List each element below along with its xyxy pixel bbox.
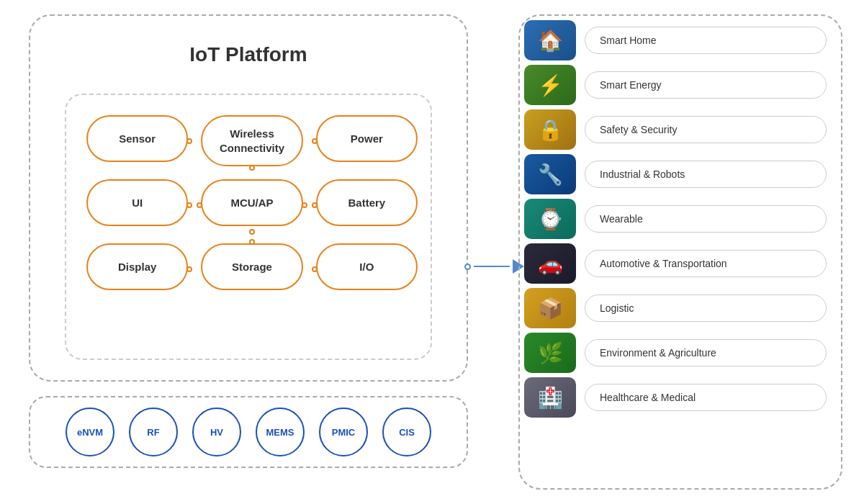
right-panel: 🏠 Smart Home ⚡ Smart Energy 🔒 Safety & S… (497, 14, 842, 490)
pill-battery: Battery (316, 179, 418, 230)
app-logistic: 📦 Logistic (524, 288, 827, 328)
battery-label: Battery (316, 179, 418, 226)
app-smart-home: 🏠 Smart Home (524, 20, 827, 60)
wireless-label: WirelessConnectivity (201, 115, 302, 166)
industrial-robots-icon: 🔧 (524, 154, 576, 194)
pill-storage: Storage (201, 243, 302, 294)
environment-icon: 🌿 (524, 333, 576, 373)
left-panel: IoT Platform Sensor WirelessConnectivity… (22, 14, 497, 490)
mcu-dot-bottom (249, 229, 255, 235)
storage-label: Storage (201, 243, 302, 290)
pill-display: Display (86, 243, 188, 294)
power-dot-left (312, 138, 318, 144)
pill-sensor: Sensor (86, 115, 188, 166)
logistic-label: Logistic (585, 294, 827, 322)
environment-label: Environment & Agriculture (585, 339, 827, 366)
wireless-dot-bottom (249, 165, 255, 171)
mcu-label: MCU/AP (201, 179, 302, 226)
chip-hv: HV (192, 408, 241, 456)
smart-home-label: Smart Home (585, 27, 827, 54)
display-dot-right (186, 266, 192, 272)
chip-mems: MEMS (256, 408, 305, 456)
app-wearable: ⌚ Wearable (524, 199, 827, 239)
app-safety-security: 🔒 Safety & Security (524, 109, 827, 150)
pill-power: Power (316, 115, 418, 166)
connector-dot-left (464, 264, 471, 270)
pill-ui: UI (86, 179, 188, 230)
io-label: I/O (316, 243, 418, 290)
healthcare-icon: 🏥 (524, 377, 576, 418)
app-smart-energy: ⚡ Smart Energy (524, 65, 827, 105)
main-container: IoT Platform Sensor WirelessConnectivity… (0, 0, 864, 504)
io-dot-left (312, 266, 318, 272)
iot-platform-title: IoT Platform (29, 43, 468, 66)
ui-dot-right (186, 202, 192, 208)
wearable-label: Wearable (585, 205, 827, 233)
app-industrial-robots: 🔧 Industrial & Robots (524, 154, 827, 194)
smart-energy-label: Smart Energy (585, 71, 827, 99)
power-label: Power (316, 115, 418, 162)
app-healthcare: 🏥 Healthcare & Medical (524, 377, 827, 418)
pill-mcu: MCU/AP (201, 179, 302, 230)
automotive-icon: 🚗 (524, 243, 576, 284)
chip-pmic: PMIC (319, 408, 368, 456)
chip-rf: RF (129, 408, 178, 456)
automotive-label: Automotive & Transportation (585, 250, 827, 277)
mcu-dot-right (302, 202, 307, 208)
smart-home-icon: 🏠 (524, 20, 576, 60)
storage-dot-top (249, 239, 255, 245)
safety-security-icon: 🔒 (524, 109, 576, 150)
display-label: Display (86, 243, 188, 290)
mcu-dot-left (197, 202, 202, 208)
chip-envm: eNVM (66, 408, 114, 456)
industrial-robots-label: Industrial & Robots (585, 161, 827, 188)
pill-wireless: WirelessConnectivity (201, 115, 302, 166)
smart-energy-icon: ⚡ (524, 65, 576, 105)
pill-io: I/O (316, 243, 418, 294)
app-automotive: 🚗 Automotive & Transportation (524, 243, 827, 284)
chip-cis: CIS (382, 408, 431, 456)
healthcare-label: Healthcare & Medical (585, 384, 827, 411)
battery-dot-left (312, 202, 318, 208)
chips-box: eNVM RF HV MEMS PMIC CIS (29, 396, 468, 468)
safety-security-label: Safety & Security (585, 116, 827, 143)
sensor-label: Sensor (86, 115, 188, 162)
sensor-dot-right (186, 138, 192, 144)
ui-label: UI (86, 179, 188, 226)
wearable-icon: ⌚ (524, 199, 576, 239)
application-list: 🏠 Smart Home ⚡ Smart Energy 🔒 Safety & S… (524, 20, 827, 418)
app-environment: 🌿 Environment & Agriculture (524, 333, 827, 373)
pill-grid: Sensor WirelessConnectivity Power UI MCU… (72, 101, 432, 309)
logistic-icon: 📦 (524, 288, 576, 328)
